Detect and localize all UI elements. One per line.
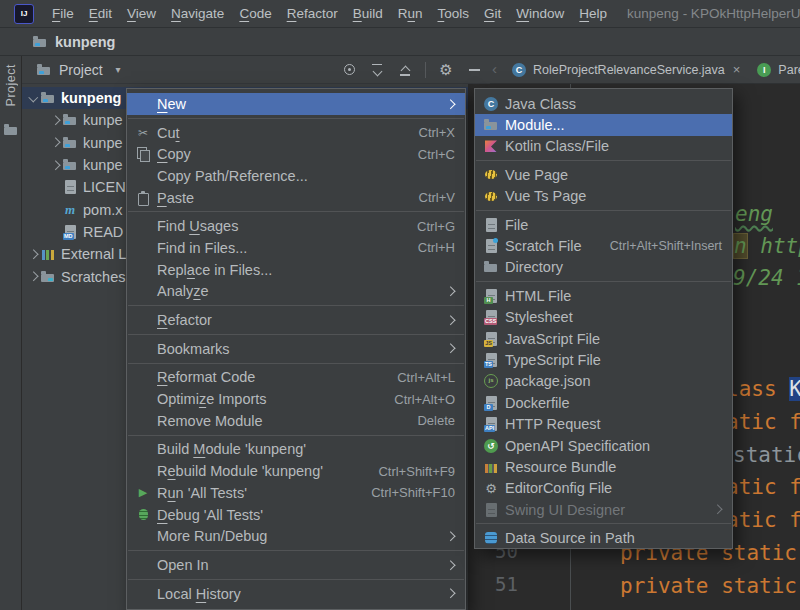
menu-item-new[interactable]: New <box>127 93 465 115</box>
menu-item-html-file[interactable]: HTML File <box>475 285 732 306</box>
menu-build[interactable]: Build <box>353 6 383 21</box>
tree-chevron-icon[interactable] <box>26 91 40 105</box>
menu-view[interactable]: View <box>127 6 156 21</box>
collapse-all-icon[interactable] <box>397 62 413 78</box>
scroll-tabs-left-icon[interactable]: ‹ <box>490 60 503 79</box>
menu-item-vue-ts-page[interactable]: Vue Ts Page <box>475 186 732 207</box>
menu-item-label: File <box>505 217 528 233</box>
menubar-items: FileEditViewNavigateCodeRefactorBuildRun… <box>52 6 607 21</box>
breadcrumb-project[interactable]: kunpeng <box>55 34 115 50</box>
menu-item-scratch-file[interactable]: Scratch FileCtrl+Alt+Shift+Insert <box>475 235 732 256</box>
menu-item-build-module-kunpeng[interactable]: Build Module 'kunpeng' <box>127 439 465 461</box>
menu-item-copy[interactable]: CopyCtrl+C <box>127 143 465 165</box>
api-icon <box>483 416 499 432</box>
menu-help[interactable]: Help <box>579 6 607 21</box>
html-icon <box>483 288 499 304</box>
menu-separator <box>476 160 731 161</box>
menu-icon-spacer <box>135 463 151 479</box>
menu-file[interactable]: File <box>52 6 74 21</box>
menu-item-label: Vue Ts Page <box>505 188 586 204</box>
menu-refactor[interactable]: Refactor <box>287 6 338 21</box>
project-stripe-tab[interactable]: Project <box>4 64 18 106</box>
menu-item-http-request[interactable]: HTTP Request <box>475 413 732 434</box>
menu-item-dockerfile[interactable]: Dockerfile <box>475 392 732 413</box>
menu-item-cut[interactable]: CutCtrl+X <box>127 122 465 144</box>
scissors-icon <box>135 125 151 141</box>
menu-item-typescript-file[interactable]: TypeScript File <box>475 349 732 370</box>
menu-item-module[interactable]: Module... <box>475 114 732 135</box>
locate-file-icon[interactable] <box>341 62 357 78</box>
menu-item-paste[interactable]: PasteCtrl+V <box>127 187 465 209</box>
menu-item-label: Stylesheet <box>505 309 573 325</box>
project-view-selector[interactable]: Project <box>59 62 103 78</box>
menu-icon-spacer <box>135 369 151 385</box>
expand-all-icon[interactable] <box>369 62 385 78</box>
menu-item-kotlin-class-file[interactable]: Kotlin Class/File <box>475 136 732 157</box>
menu-item-javascript-file[interactable]: JavaScript File <box>475 328 732 349</box>
menu-item-remove-module[interactable]: Remove ModuleDelete <box>127 410 465 432</box>
settings-gear-icon[interactable]: ⚙ <box>438 62 454 78</box>
menu-item-git[interactable]: Git <box>127 604 465 610</box>
menu-item-copy-path-reference[interactable]: Copy Path/Reference... <box>127 165 465 187</box>
tree-chevron-icon[interactable] <box>26 270 40 284</box>
menu-item-reformat-code[interactable]: Reformat CodeCtrl+Alt+L <box>127 367 465 389</box>
close-tab-icon[interactable]: × <box>733 62 741 77</box>
menu-item-find-in-files[interactable]: Find in Files...Ctrl+H <box>127 237 465 259</box>
code-fragment: atic fi <box>726 409 800 435</box>
code-fragment: eng <box>735 201 773 227</box>
menu-item-stylesheet[interactable]: Stylesheet <box>475 307 732 328</box>
menu-code[interactable]: Code <box>239 6 271 21</box>
navigation-bar: kunpeng <box>0 28 800 56</box>
menu-item-label: JavaScript File <box>505 331 600 347</box>
menu-item-label: Kotlin Class/File <box>505 138 609 154</box>
db-icon <box>483 530 499 546</box>
menu-item-rebuild-module-kunpeng[interactable]: Rebuild Module 'kunpeng'Ctrl+Shift+F9 <box>127 460 465 482</box>
menu-item-java-class[interactable]: Java Class <box>475 93 732 114</box>
tree-chevron-icon[interactable] <box>48 158 62 172</box>
tree-item-label: kunpeng <box>61 90 121 106</box>
hide-panel-icon[interactable] <box>466 62 482 78</box>
menu-item-vue-page[interactable]: Vue Page <box>475 164 732 185</box>
tree-chevron-icon[interactable] <box>48 136 62 150</box>
menu-item-resource-bundle[interactable]: Resource Bundle <box>475 456 732 477</box>
menu-run[interactable]: Run <box>398 6 423 21</box>
menu-item-label: Scratch File <box>505 238 582 254</box>
editor-tab-paren[interactable]: Paren <box>748 56 800 83</box>
menu-item-optimize-imports[interactable]: Optimize ImportsCtrl+Alt+O <box>127 388 465 410</box>
menu-item-label: Refactor <box>157 312 212 328</box>
menu-item-package-json[interactable]: package.json <box>475 371 732 392</box>
menu-navigate[interactable]: Navigate <box>171 6 224 21</box>
menu-icon-spacer <box>135 557 151 573</box>
menu-item-more-run-debug[interactable]: More Run/Debug <box>127 525 465 547</box>
menu-item-editorconfig-file[interactable]: EditorConfig File <box>475 478 732 499</box>
menu-item-find-usages[interactable]: Find UsagesCtrl+G <box>127 215 465 237</box>
menu-item-file[interactable]: File <box>475 214 732 235</box>
menu-item-local-history[interactable]: Local History <box>127 583 465 605</box>
tree-chevron-icon[interactable] <box>26 247 40 261</box>
menu-edit[interactable]: Edit <box>89 6 112 21</box>
chevron-down-icon[interactable]: ▾ <box>116 64 121 75</box>
menu-item-label: TypeScript File <box>505 352 601 368</box>
tree-chevron-icon[interactable] <box>48 113 62 127</box>
menu-window[interactable]: Window <box>516 6 564 21</box>
menu-item-label: Resource Bundle <box>505 459 616 475</box>
menu-item-label: Reformat Code <box>157 369 255 385</box>
menu-item-data-source-in-path[interactable]: Data Source in Path <box>475 527 732 548</box>
menu-item-openapi-specification[interactable]: OpenAPI Specification <box>475 435 732 456</box>
menu-item-replace-in-files[interactable]: Replace in Files... <box>127 259 465 281</box>
menu-item-open-in[interactable]: Open In <box>127 554 465 576</box>
editor-tab-roleprojectrelevanceservice-java[interactable]: RoleProjectRelevanceService.java× <box>503 56 748 83</box>
menu-item-label: Open In <box>157 557 209 573</box>
menu-item-bookmarks[interactable]: Bookmarks <box>127 338 465 360</box>
menu-item-run-all-tests[interactable]: Run 'All Tests'Ctrl+Shift+F10 <box>127 482 465 504</box>
menu-item-refactor[interactable]: Refactor <box>127 309 465 331</box>
menu-icon-spacer <box>135 413 151 429</box>
menu-git[interactable]: Git <box>484 6 501 21</box>
menu-icon-spacer <box>135 312 151 328</box>
folder-icon[interactable] <box>3 122 19 138</box>
menu-item-debug-all-tests[interactable]: Debug 'All Tests' <box>127 504 465 526</box>
menu-item-directory[interactable]: Directory <box>475 257 732 278</box>
menu-item-analyze[interactable]: Analyze <box>127 281 465 303</box>
menu-separator <box>128 550 464 551</box>
menu-tools[interactable]: Tools <box>438 6 470 21</box>
